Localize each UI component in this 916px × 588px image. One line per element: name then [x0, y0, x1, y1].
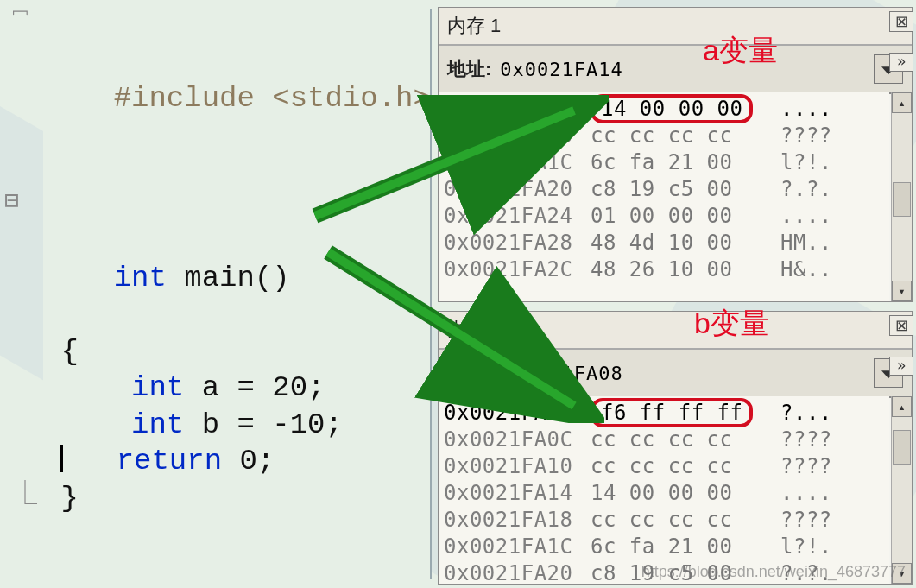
scroll-up-icon[interactable]: ▴: [892, 396, 912, 417]
memory-row-address: 0x0021FA14: [444, 96, 591, 123]
close-icon[interactable]: ⊠: [889, 11, 913, 32]
main-fn: main(): [184, 262, 289, 294]
memory-row[interactable]: 0x0021FA1414 00 00 00....: [444, 480, 884, 507]
memory-panel-2: 内存 2 ⊠ 地址: 0x0021FA08 » 0x0021FA08f6 ff …: [438, 311, 913, 585]
memory-row-ascii: ?.?.: [780, 176, 832, 203]
memory-row-address: 0x0021FA08: [444, 400, 591, 427]
step-icon[interactable]: »: [889, 53, 913, 72]
memory-row[interactable]: 0x0021FA18cc cc cc cc????: [444, 123, 884, 149]
address-label: 地址:: [447, 360, 491, 386]
memory-row-hex: 14 00 00 00: [591, 480, 780, 507]
memory-row[interactable]: 0x0021FA0Ccc cc cc cc????: [444, 427, 884, 453]
memory-row-address: 0x0021FA18: [444, 123, 591, 149]
memory-row-hex: 14 00 00 00: [591, 96, 780, 123]
memory-row-address: 0x0021FA10: [444, 453, 591, 480]
decl-b: b = -10;: [184, 408, 343, 441]
scroll-up-icon[interactable]: ▴: [892, 92, 912, 113]
kw-int-a: int: [131, 371, 184, 404]
memory-row[interactable]: 0x0021FA1C6c fa 21 00l?!.: [444, 534, 884, 560]
scroll-thumb[interactable]: [893, 430, 911, 465]
memory-row-hex: cc cc cc cc: [591, 427, 780, 453]
memory-row[interactable]: 0x0021FA2848 4d 10 00HM..: [444, 230, 884, 256]
fold-minus-icon[interactable]: ⊟: [4, 187, 19, 217]
text-cursor: [60, 445, 63, 472]
memory-row-ascii: ????: [780, 123, 832, 149]
memory-row-address: 0x0021FA24: [444, 203, 591, 230]
kw-int: int: [114, 262, 167, 294]
memory-row-address: 0x0021FA20: [444, 176, 591, 203]
memory-1-body[interactable]: 0x0021FA1414 00 00 00....0x0021FA18cc cc…: [439, 92, 889, 301]
memory-row-ascii: ????: [780, 453, 832, 480]
memory-row-hex: cc cc cc cc: [591, 507, 780, 534]
memory-row-hex: 01 00 00 00: [591, 203, 780, 230]
memory-row-address: 0x0021FA0C: [444, 427, 591, 453]
address-input[interactable]: 0x0021FA08: [500, 363, 874, 384]
a-variable-label: a变量: [703, 31, 778, 71]
kw-int-b: int: [131, 408, 184, 441]
memory-2-body[interactable]: 0x0021FA08f6 ff ff ff?...0x0021FA0Ccc cc…: [439, 396, 889, 584]
memory-row-ascii: ????: [780, 507, 832, 534]
return-val: 0;: [222, 445, 275, 477]
memory-row[interactable]: 0x0021FA1C6c fa 21 00l?!.: [444, 149, 884, 176]
kw-return: return: [117, 445, 222, 477]
memory-row-ascii: l?!.: [780, 149, 832, 176]
memory-row[interactable]: 0x0021FA20c8 19 c5 00?.?.: [444, 176, 884, 203]
memory-1-scrollbar[interactable]: ▴ ▾: [891, 92, 912, 301]
brace-close: }: [60, 482, 78, 515]
memory-row-ascii: ....: [780, 480, 832, 507]
code-editor[interactable]: ⎴ #include <stdio.h> ⊟ int main() { int …: [43, 9, 432, 579]
memory-row-address: 0x0021FA18: [444, 507, 591, 534]
memory-row-hex: 48 26 10 00: [591, 256, 780, 283]
step-icon[interactable]: »: [889, 357, 913, 376]
memory-row-address: 0x0021FA1C: [444, 149, 591, 176]
memory-row-address: 0x0021FA28: [444, 230, 591, 256]
memory-row-hex: c8 19 c5 00: [591, 176, 780, 203]
memory-row-hex: 6c fa 21 00: [591, 149, 780, 176]
memory-row-hex: 48 4d 10 00: [591, 230, 780, 256]
memory-row[interactable]: 0x0021FA10cc cc cc cc????: [444, 453, 884, 480]
memory-row-hex: cc cc cc cc: [591, 123, 780, 149]
memory-2-title: 内存 2: [447, 319, 501, 340]
fold-end-mark: ⎿: [13, 480, 37, 510]
memory-row-ascii: ....: [780, 96, 832, 123]
memory-row-ascii: H&..: [780, 256, 832, 283]
watermark-text: https://blog.csdn.net/weixin_46873777: [641, 563, 906, 581]
address-input[interactable]: 0x0021FA14: [500, 59, 874, 80]
memory-row-hex: cc cc cc cc: [591, 453, 780, 480]
address-label: 地址:: [447, 56, 491, 82]
memory-row[interactable]: 0x0021FA08f6 ff ff ff?...: [444, 400, 884, 427]
include-header: <stdio.h>: [272, 82, 431, 115]
memory-row-address: 0x0021FA2C: [444, 256, 591, 283]
memory-row-hex: 6c fa 21 00: [591, 534, 780, 560]
b-variable-label: b变量: [694, 304, 769, 344]
scroll-down-icon[interactable]: ▾: [892, 281, 912, 301]
memory-row-address: 0x0021FA20: [444, 560, 591, 584]
highlighted-hex: f6 ff ff ff: [591, 398, 753, 427]
memory-row-ascii: l?!.: [780, 534, 832, 560]
memory-row-hex: f6 ff ff ff: [591, 400, 780, 427]
close-icon[interactable]: ⊠: [889, 315, 913, 336]
include-directive: #include: [114, 82, 255, 115]
memory-row-address: 0x0021FA14: [444, 480, 591, 507]
memory-row[interactable]: 0x0021FA2C48 26 10 00H&..: [444, 256, 884, 283]
fold-mark: ⎴: [13, 9, 28, 39]
memory-1-title: 内存 1: [447, 15, 501, 36]
memory-row-address: 0x0021FA1C: [444, 534, 591, 560]
memory-panel-1: 内存 1 ⊠ 地址: 0x0021FA14 » 0x0021FA1414 00 …: [438, 7, 913, 302]
memory-row[interactable]: 0x0021FA1414 00 00 00....: [444, 96, 884, 123]
memory-row-ascii: ?...: [780, 400, 832, 427]
memory-row[interactable]: 0x0021FA2401 00 00 00....: [444, 203, 884, 230]
memory-row[interactable]: 0x0021FA18cc cc cc cc????: [444, 507, 884, 534]
highlighted-hex: 14 00 00 00: [591, 94, 753, 123]
memory-2-scrollbar[interactable]: ▴ ▾: [891, 396, 912, 584]
memory-row-ascii: ....: [780, 203, 832, 230]
memory-row-ascii: HM..: [780, 230, 832, 256]
scroll-thumb[interactable]: [893, 182, 911, 217]
brace-open: {: [43, 333, 430, 370]
memory-row-ascii: ????: [780, 427, 832, 453]
decl-a: a = 20;: [184, 371, 325, 404]
